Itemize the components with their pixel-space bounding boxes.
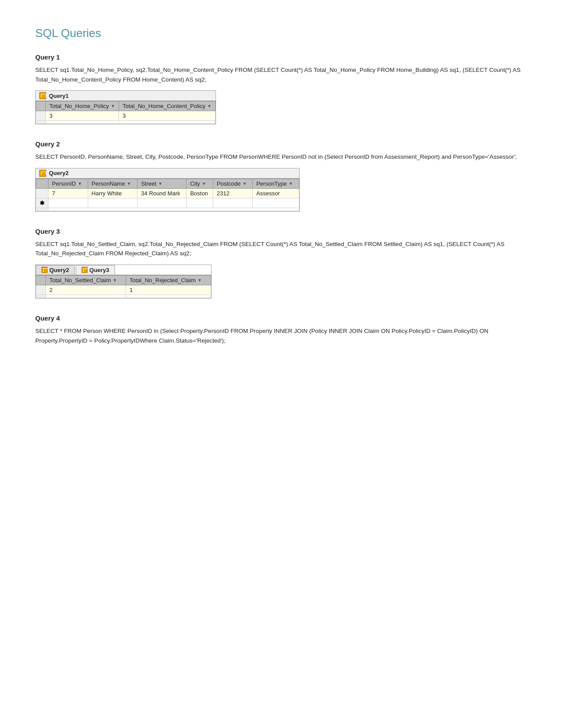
query2-row1-persontype: Assessor [253, 188, 299, 198]
query2-col-city[interactable]: City ▼ [186, 179, 213, 188]
query2-newrow-persontype [253, 198, 299, 208]
query2-col5-label: Postcode [217, 180, 241, 187]
query2-new-row: ✱ [36, 198, 299, 208]
query2-row1-personname: Harry White [88, 188, 137, 198]
query2-col5-sort[interactable]: ▼ [242, 181, 247, 186]
query1-titlebar: Query1 [36, 91, 216, 101]
query2-newrow-selector: ✱ [36, 198, 48, 208]
page-title: SQL Queries [35, 26, 527, 40]
query2-table: PersonID ▼ PersonName ▼ Street ▼ [36, 179, 299, 211]
query3-section: Query 3 SELECT sq1.Total_No_Settled_Clai… [35, 228, 527, 299]
query3-sql: SELECT sq1.Total_No_Settled_Claim, sq2.T… [35, 239, 527, 258]
query1-col-total-home-content[interactable]: Total_No_Home_Content_Policy ▼ [119, 101, 216, 111]
query4-sql: SELECT * FROM Person WHERE PersonID in (… [35, 326, 527, 345]
query2-col1-sort[interactable]: ▼ [78, 181, 82, 186]
query4-title: Query 4 [35, 314, 527, 322]
query1-table-icon [39, 92, 46, 99]
query2-newrow-city [186, 198, 213, 208]
query1-table: Total_No_Home_Policy ▼ Total_No_Home_Con… [36, 101, 216, 124]
query3-table: Total_No_Settled_Claim ▼ Total_No_Reject… [36, 275, 211, 298]
query3-header-selector [36, 275, 46, 285]
query2-newrow-personname [88, 198, 137, 208]
query3-col-rejected[interactable]: Total_No_Rejected_Claim ▼ [126, 275, 211, 285]
query3-row1-rejected: 1 [126, 285, 211, 295]
query3-empty-col1 [46, 295, 126, 298]
query3-empty-row [36, 295, 211, 298]
query3-empty-selector [36, 295, 46, 298]
query3-tab-bar: Query2 Query3 [36, 265, 211, 275]
query2-row1-postcode: 2312 [213, 188, 253, 198]
query3-col1-sort[interactable]: ▼ [112, 278, 117, 283]
query1-col1-label: Total_No_Home_Policy [49, 103, 109, 109]
query2-col-postcode[interactable]: Postcode ▼ [213, 179, 253, 188]
query2-col-persontype[interactable]: PersonType ▼ [253, 179, 299, 188]
query3-tab1[interactable]: Query2 [36, 265, 75, 275]
query2-empty-selector [36, 208, 48, 211]
query2-tab-label: Query2 [49, 170, 69, 176]
query2-table-icon [39, 170, 46, 177]
query1-header-selector [36, 101, 46, 111]
query2-col4-label: City [190, 180, 200, 187]
query2-col4-sort[interactable]: ▼ [202, 181, 206, 186]
query2-empty-row [36, 208, 299, 211]
query1-col2-sort[interactable]: ▼ [207, 104, 212, 108]
query2-section: Query 2 SELECT PersonID, PersonName, Str… [35, 140, 527, 212]
query1-empty-col1 [46, 121, 119, 124]
query3-tab1-label: Query2 [49, 267, 69, 273]
query2-col2-sort[interactable]: ▼ [127, 181, 131, 186]
query3-tab1-icon [41, 267, 48, 273]
query1-sql: SELECT sq1.Total_No_Home_Policy, sq2.Tot… [35, 65, 527, 84]
query1-empty-col2 [119, 121, 216, 124]
query1-table-wrap: Query1 Total_No_Home_Policy ▼ Total_No_H… [35, 90, 216, 124]
query1-title: Query 1 [35, 53, 527, 61]
query2-sql: SELECT PersonID, PersonName, Street, Cit… [35, 152, 527, 162]
query2-col6-label: PersonType [256, 180, 287, 187]
query2-col3-sort[interactable]: ▼ [158, 181, 163, 186]
query2-title: Query 2 [35, 140, 527, 148]
query2-col3-label: Street [141, 180, 156, 187]
query2-col-personname[interactable]: PersonName ▼ [88, 179, 137, 188]
query1-row1-selector [36, 111, 46, 121]
query1-col1-sort[interactable]: ▼ [111, 104, 115, 108]
query3-col-settled[interactable]: Total_No_Settled_Claim ▼ [46, 275, 126, 285]
query1-col-total-home[interactable]: Total_No_Home_Policy ▼ [46, 101, 119, 111]
query3-tab2[interactable]: Query3 [76, 265, 115, 275]
query1-section: Query 1 SELECT sq1.Total_No_Home_Policy,… [35, 53, 527, 124]
query2-header-selector [36, 179, 48, 188]
query2-row1-personid: 7 [48, 188, 88, 198]
query4-section: Query 4 SELECT * FROM Person WHERE Perso… [35, 314, 527, 345]
query2-row1-city: Boston [186, 188, 213, 198]
query2-row1-street: 34 Round Mark [137, 188, 186, 198]
query2-col6-sort[interactable]: ▼ [289, 181, 293, 186]
query2-col1-label: PersonID [52, 180, 76, 187]
query2-data-row-1: 7 Harry White 34 Round Mark Boston 2312 … [36, 188, 299, 198]
query3-empty-col2 [126, 295, 211, 298]
query3-table-wrap: Query2 Query3 Total_No_Settled_Claim ▼ [35, 265, 212, 299]
query1-row1-col2: 3 [119, 111, 216, 121]
query2-col-street[interactable]: Street ▼ [137, 179, 186, 188]
query2-col-personid[interactable]: PersonID ▼ [48, 179, 88, 188]
query3-col1-label: Total_No_Settled_Claim [49, 277, 111, 284]
query3-col2-label: Total_No_Rejected_Claim [130, 277, 196, 284]
query2-newrow-street [137, 198, 186, 208]
query2-table-wrap: Query2 PersonID ▼ PersonName ▼ [35, 168, 300, 212]
query3-row1-selector [36, 285, 46, 295]
query3-col2-sort[interactable]: ▼ [197, 278, 202, 283]
query2-newrow-personid[interactable] [48, 198, 88, 208]
query2-empty-fill [48, 208, 299, 211]
query3-row1-settled: 2 [46, 285, 126, 295]
query3-tab2-label: Query3 [89, 267, 109, 273]
query2-titlebar: Query2 [36, 168, 299, 179]
query3-title: Query 3 [35, 228, 527, 235]
query2-row1-selector [36, 188, 48, 198]
query3-data-row-1: 2 1 [36, 285, 211, 295]
query1-empty-row [36, 121, 216, 124]
query2-col2-label: PersonName [92, 180, 125, 187]
query1-col2-label: Total_No_Home_Content_Policy [123, 103, 205, 109]
query3-tab2-icon [82, 267, 88, 273]
query1-data-row-1: 3 3 [36, 111, 216, 121]
query1-empty-selector [36, 121, 46, 124]
query2-newrow-postcode [213, 198, 253, 208]
query1-row1-col1: 3 [46, 111, 119, 121]
query1-tab-label: Query1 [49, 93, 69, 99]
